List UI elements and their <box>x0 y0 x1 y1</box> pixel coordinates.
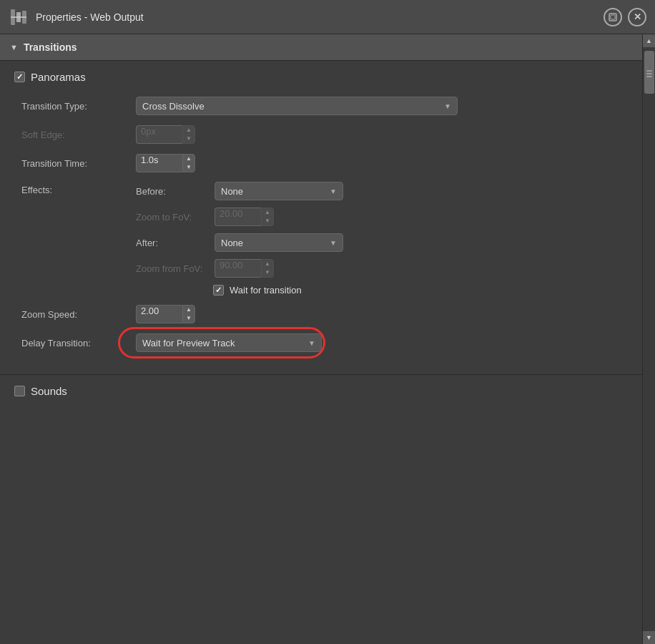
soft-edge-arrows[interactable]: ▲ ▼ <box>182 125 195 144</box>
soft-edge-label: Soft Edge: <box>21 130 136 140</box>
soft-edge-spinbox: 0px ▲ ▼ <box>136 125 195 144</box>
close-button[interactable]: ✕ <box>628 8 646 26</box>
panoramas-header: Panoramas <box>14 71 628 83</box>
transition-type-arrow-icon: ▼ <box>444 102 451 110</box>
zoom-to-fov-up-arrow: ▲ <box>262 208 273 217</box>
app-icon <box>9 7 29 27</box>
zoom-speed-row: Zoom Speed: 2.00 ▲ ▼ <box>21 304 628 324</box>
zoom-from-fov-input: 90.00 <box>215 259 261 278</box>
after-arrow-icon: ▼ <box>330 239 337 247</box>
sounds-label: Sounds <box>31 385 67 397</box>
zoom-from-fov-down-arrow: ▼ <box>262 268 273 277</box>
transitions-section-header[interactable]: ▼ Transitions <box>0 34 642 61</box>
before-value: None <box>221 186 325 197</box>
zoom-speed-up-arrow[interactable]: ▲ <box>183 306 194 314</box>
zoom-speed-arrows[interactable]: ▲ ▼ <box>182 305 195 323</box>
zoom-from-fov-spinbox: 90.00 ▲ ▼ <box>215 259 274 278</box>
before-label: Before: <box>136 186 207 197</box>
effects-content: Before: None ▼ Zoom to FoV: 20.00 <box>136 182 343 296</box>
after-label: After: <box>136 238 207 248</box>
sounds-checkbox[interactable] <box>14 386 25 396</box>
transition-time-arrows[interactable]: ▲ ▼ <box>182 154 195 172</box>
zoom-speed-label: Zoom Speed: <box>21 309 136 320</box>
zoom-speed-spinbox: 2.00 ▲ ▼ <box>136 305 195 323</box>
scrollbar: ▲ ▼ <box>642 34 655 644</box>
scroll-track[interactable] <box>643 47 655 631</box>
title-bar: Properties - Web Output ✕ <box>0 0 655 34</box>
panoramas-checkbox[interactable] <box>14 72 25 82</box>
wait-transition-checkbox[interactable] <box>213 285 224 296</box>
delay-transition-dropdown[interactable]: Wait for Preview Track ▼ <box>136 333 322 352</box>
zoom-to-fov-label: Zoom to FoV: <box>136 212 207 223</box>
content-area: ▼ Transitions Panoramas Transition Type: <box>0 34 655 644</box>
soft-edge-down-arrow: ▼ <box>183 135 194 143</box>
title-bar-buttons: ✕ <box>604 8 646 26</box>
soft-edge-row: Soft Edge: 0px ▲ ▼ <box>21 125 628 145</box>
zoom-to-fov-input: 20.00 <box>215 208 261 226</box>
zoom-from-fov-row: Zoom from FoV: 90.00 ▲ ▼ <box>136 259 343 278</box>
transition-time-spinbox: 1.0s ▲ ▼ <box>136 154 195 172</box>
zoom-speed-input[interactable]: 2.00 <box>136 305 182 323</box>
main-window: Properties - Web Output ✕ ▼ Transitions <box>0 0 655 644</box>
after-dropdown[interactable]: None ▼ <box>215 233 343 252</box>
soft-edge-up-arrow: ▲ <box>183 126 194 135</box>
after-value: None <box>221 238 325 248</box>
sounds-header: Sounds <box>14 385 628 397</box>
sounds-section: Sounds <box>0 374 642 407</box>
window-title: Properties - Web Output <box>36 11 604 23</box>
zoom-from-fov-arrows[interactable]: ▲ ▼ <box>261 259 274 278</box>
delay-transition-label: Delay Transition: <box>21 338 136 348</box>
zoom-from-fov-up-arrow: ▲ <box>262 260 273 268</box>
panoramas-section: Panoramas Transition Type: Cross Dissolv… <box>0 61 642 369</box>
panoramas-label: Panoramas <box>31 71 86 83</box>
effects-row: Effects: Before: None ▼ <box>21 182 628 296</box>
zoom-to-fov-spinbox: 20.00 ▲ ▼ <box>215 208 274 226</box>
transition-time-input[interactable]: 1.0s <box>136 154 182 172</box>
delay-transition-value: Wait for Preview Track <box>142 338 304 348</box>
transition-type-label: Transition Type: <box>21 101 136 112</box>
zoom-to-fov-arrows[interactable]: ▲ ▼ <box>261 208 274 226</box>
wait-transition-row: Wait for transition <box>136 285 343 296</box>
transitions-arrow-icon: ▼ <box>10 43 18 52</box>
transition-time-down-arrow[interactable]: ▼ <box>183 163 194 172</box>
after-row: After: None ▼ <box>136 233 343 252</box>
transitions-title: Transitions <box>24 42 77 53</box>
transition-type-dropdown[interactable]: Cross Dissolve ▼ <box>136 97 458 115</box>
properties-grid: Transition Type: Cross Dissolve ▼ Soft E… <box>14 96 628 358</box>
main-content: ▼ Transitions Panoramas Transition Type: <box>0 34 642 644</box>
transition-time-up-arrow[interactable]: ▲ <box>183 155 194 163</box>
transition-type-value: Cross Dissolve <box>142 101 440 112</box>
scroll-up-button[interactable]: ▲ <box>643 34 656 47</box>
before-arrow-icon: ▼ <box>330 187 337 195</box>
before-dropdown[interactable]: None ▼ <box>215 182 343 200</box>
transition-time-row: Transition Time: 1.0s ▲ ▼ <box>21 153 628 173</box>
zoom-from-fov-label: Zoom from FoV: <box>136 263 207 274</box>
wait-transition-label: Wait for transition <box>230 285 302 296</box>
zoom-to-fov-row: Zoom to FoV: 20.00 ▲ ▼ <box>136 208 343 226</box>
effects-label: Effects: <box>21 182 136 195</box>
delay-transition-arrow-icon: ▼ <box>308 339 315 347</box>
zoom-to-fov-down-arrow: ▼ <box>262 217 273 225</box>
delay-transition-row: Delay Transition: Wait for Preview Track… <box>21 333 628 353</box>
scroll-down-button[interactable]: ▼ <box>643 631 656 644</box>
before-row: Before: None ▼ <box>136 182 343 200</box>
soft-edge-input: 0px <box>136 125 182 144</box>
transition-time-label: Transition Time: <box>21 158 136 169</box>
zoom-speed-down-arrow[interactable]: ▼ <box>183 314 194 323</box>
maximize-button[interactable] <box>604 8 622 26</box>
transition-type-row: Transition Type: Cross Dissolve ▼ <box>21 96 628 116</box>
svg-rect-5 <box>611 15 615 19</box>
